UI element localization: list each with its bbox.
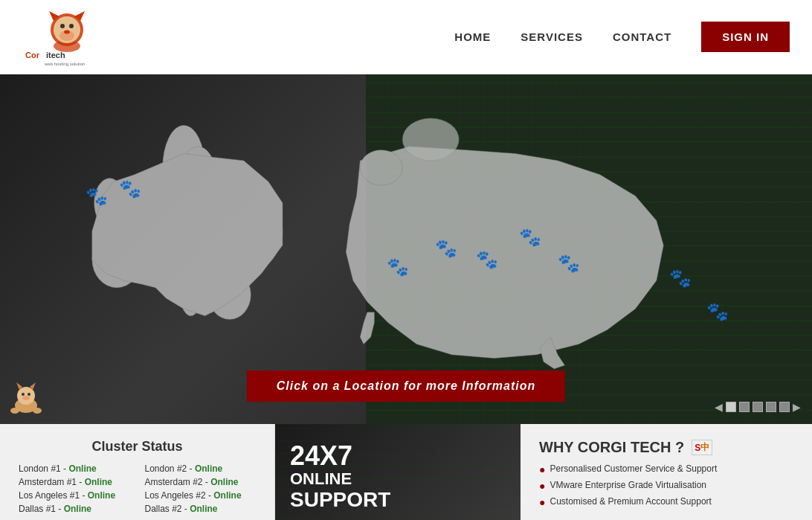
svg-text:Cor: Cor (25, 51, 40, 60)
slider-prev[interactable]: ◀ (715, 401, 723, 413)
svg-point-25 (402, 118, 459, 161)
svg-point-33 (10, 408, 19, 414)
paw-los-angeles[interactable]: 🐾 (519, 227, 540, 248)
slider-dots: ◀ ▶ (715, 401, 801, 413)
header: Cor itech web hosting solution HOME SERV… (0, 0, 812, 74)
support-text-online: ONLINE (290, 469, 390, 489)
dot-3[interactable] (753, 402, 763, 412)
click-banner[interactable]: Click on a Location for more Information (247, 370, 565, 402)
slider-next[interactable]: ▶ (793, 401, 801, 413)
svg-point-6 (60, 24, 65, 28)
svg-text:itech: itech (46, 51, 65, 60)
cn-badge: S中 (692, 440, 712, 455)
svg-point-34 (33, 408, 42, 414)
status-la2: Online (213, 490, 241, 501)
status-london2: Online (195, 463, 222, 474)
support-text-support: SUPPORT (290, 489, 390, 510)
corgi-mascot (7, 379, 45, 417)
svg-point-22 (360, 150, 402, 185)
bottom-section: Cluster Status London #1 - Online London… (0, 424, 812, 520)
support-banner-inner: 24X7 ONLINE SUPPORT (275, 424, 521, 520)
nav-home[interactable]: HOME (454, 31, 491, 43)
why-corgi-section: WHY CORGI TECH ? S中 ● Personalised Custo… (521, 424, 812, 520)
support-banner: 24X7 ONLINE SUPPORT (275, 424, 521, 520)
paw-florida[interactable]: 🐾 (706, 301, 727, 322)
paw-new-york[interactable]: 🐾 (558, 253, 579, 274)
status-london1: Online (68, 463, 96, 474)
paw-amsterdam[interactable]: 🐾 (119, 179, 140, 199)
map-container[interactable]: 🐾 🐾 🐾 🐾 🐾 🐾 🐾 🐾 🐾 (22, 104, 790, 379)
bullet-3: ● (539, 496, 545, 509)
paw-chicago[interactable]: 🐾 (435, 238, 456, 259)
bullet-2: ● (539, 480, 545, 492)
cluster-grid: London #1 - Online London #2 - Online Am… (19, 463, 256, 514)
dot-1[interactable] (726, 402, 736, 412)
svg-point-31 (28, 393, 30, 396)
dot-2[interactable] (739, 402, 750, 412)
status-la1: Online (88, 490, 115, 501)
paw-east-coast[interactable]: 🐾 (476, 249, 497, 270)
paw-southeast[interactable]: 🐾 (669, 268, 690, 289)
bullet-1: ● (539, 463, 545, 476)
main-nav: HOME SERVICES CONTACT SIGN IN (454, 22, 790, 52)
status-dallas2: Online (190, 504, 217, 514)
status-amsterdam1: Online (85, 477, 112, 487)
status-amsterdam2: Online (210, 477, 238, 487)
why-item-3: ● Customised & Premium Account Support (539, 496, 793, 509)
nav-services[interactable]: SERVICES (521, 31, 583, 43)
paw-dallas[interactable]: 🐾 (387, 257, 407, 277)
svg-text:web hosting solution: web hosting solution (44, 62, 85, 66)
cluster-london2: London #2 - Online (145, 463, 257, 474)
cluster-london1: London #1 - Online (19, 463, 130, 474)
cluster-amsterdam2: Amsterdam #2 - Online (145, 477, 257, 487)
support-text-24x7: 24X7 (290, 443, 390, 469)
cluster-status: Cluster Status London #1 - Online London… (0, 424, 275, 520)
svg-marker-24 (360, 312, 374, 344)
cluster-la2: Los Angeles #2 - Online (145, 490, 257, 501)
svg-point-8 (64, 30, 70, 33)
cluster-title: Cluster Status (19, 439, 256, 455)
paw-london[interactable]: 🐾 (86, 186, 106, 207)
dot-4[interactable] (766, 402, 776, 412)
status-dallas1: Online (64, 504, 91, 514)
cluster-la1: Los Angeles #1 - Online (19, 490, 130, 501)
signin-button[interactable]: SIGN IN (701, 22, 790, 52)
dot-5[interactable] (779, 402, 790, 412)
logo: Cor itech web hosting solution (22, 7, 112, 67)
cluster-dallas2: Dallas #2 - Online (145, 504, 257, 514)
cluster-dallas1: Dallas #1 - Online (19, 504, 130, 514)
why-list: ● Personalised Customer Service & Suppor… (539, 463, 793, 508)
svg-point-7 (69, 24, 74, 28)
hero-section: 🐾 🐾 🐾 🐾 🐾 🐾 🐾 🐾 🐾 Click on a Location fo… (0, 74, 812, 424)
svg-point-32 (22, 396, 30, 400)
why-title: WHY CORGI TECH ? S中 (539, 439, 793, 456)
nav-contact[interactable]: CONTACT (613, 31, 671, 43)
why-item-1: ● Personalised Customer Service & Suppor… (539, 463, 793, 476)
cluster-amsterdam1: Amsterdam #1 - Online (19, 477, 130, 487)
why-item-2: ● VMware Enterprise Grade Virtualisation (539, 480, 793, 492)
svg-point-30 (22, 393, 25, 396)
